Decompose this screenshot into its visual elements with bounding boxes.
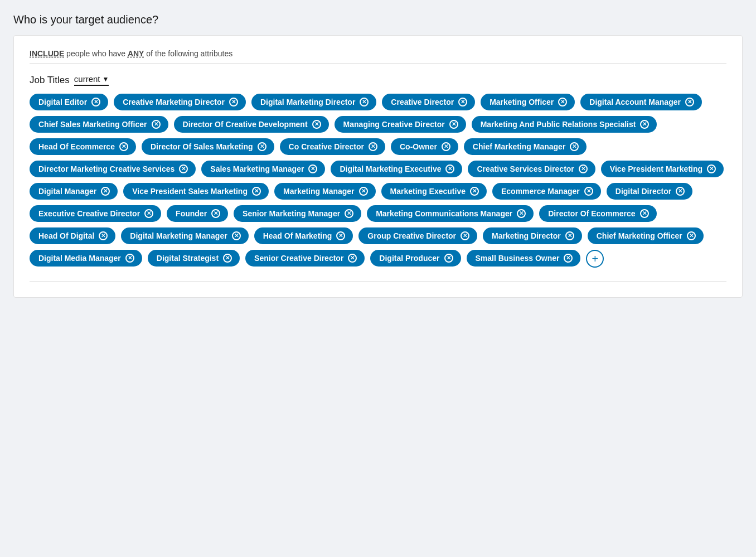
section-label: Job Titles xyxy=(30,75,70,86)
tag-close-button[interactable]: ✕ xyxy=(101,187,110,196)
tag-close-button[interactable]: ✕ xyxy=(570,142,579,151)
tag: Head Of Marketing✕ xyxy=(254,227,353,244)
tag-close-button[interactable]: ✕ xyxy=(211,209,220,218)
tag: Chief Sales Marketing Officer✕ xyxy=(30,116,168,133)
tag-close-button[interactable]: ✕ xyxy=(348,254,357,263)
tag-close-button[interactable]: ✕ xyxy=(91,98,100,106)
tag: Co-Owner✕ xyxy=(391,138,458,155)
tag: Digital Director✕ xyxy=(607,183,692,200)
tag-close-button[interactable]: ✕ xyxy=(517,209,526,218)
tag-label: Head Of Ecommerce xyxy=(38,142,115,151)
tag: Digital Manager✕ xyxy=(30,183,118,200)
tag-label: Creative Marketing Director xyxy=(123,98,225,106)
tag: Marketing And Public Relations Specialis… xyxy=(472,116,657,133)
tag: Vice President Marketing✕ xyxy=(601,161,724,177)
tag-label: Digital Marketing Executive xyxy=(340,164,441,173)
tag: Chief Marketing Manager✕ xyxy=(464,138,587,155)
tag-label: Senior Marketing Manager xyxy=(243,209,340,218)
tag-label: Director Marketing Creative Services xyxy=(38,164,175,173)
tag-close-button[interactable]: ✕ xyxy=(252,187,261,196)
tag-close-button[interactable]: ✕ xyxy=(449,120,458,129)
tag: Marketing Director✕ xyxy=(483,227,582,244)
tag: Executive Creative Director✕ xyxy=(30,205,161,222)
tag-close-button[interactable]: ✕ xyxy=(442,142,450,151)
section-header: Job Titles current ▼ xyxy=(30,74,726,86)
tag: Digital Strategist✕ xyxy=(148,250,240,267)
tag-label: Chief Marketing Manager xyxy=(473,142,565,151)
tag: Managing Creative Director✕ xyxy=(335,116,466,133)
tag-close-button[interactable]: ✕ xyxy=(565,231,574,240)
tag-label: Marketing And Public Relations Specialis… xyxy=(481,120,636,129)
tag: Creative Services Director✕ xyxy=(468,161,595,177)
tag-close-button[interactable]: ✕ xyxy=(336,231,345,240)
tag: Digital Marketing Manager✕ xyxy=(121,227,248,244)
tag-close-button[interactable]: ✕ xyxy=(359,187,368,196)
tag-close-button[interactable]: ✕ xyxy=(579,164,588,173)
tag-label: Director Of Creative Development xyxy=(183,120,308,129)
tag-label: Digital Editor xyxy=(38,98,87,106)
tag-close-button[interactable]: ✕ xyxy=(144,209,153,218)
tag-label: Director Of Sales Marketing xyxy=(151,142,253,151)
tag-close-button[interactable]: ✕ xyxy=(685,98,694,106)
tag-close-button[interactable]: ✕ xyxy=(444,254,453,263)
tag-label: Digital Strategist xyxy=(157,254,219,263)
tag-close-button[interactable]: ✕ xyxy=(584,187,593,196)
tag-close-button[interactable]: ✕ xyxy=(99,231,108,240)
dropdown-value: current xyxy=(74,74,100,84)
tag-close-button[interactable]: ✕ xyxy=(179,164,188,173)
tag-close-button[interactable]: ✕ xyxy=(369,142,377,151)
tag-close-button[interactable]: ✕ xyxy=(676,187,685,196)
tag-close-button[interactable]: ✕ xyxy=(640,120,649,129)
tag: Director Of Ecommerce✕ xyxy=(539,205,656,222)
tag-label: Marketing Officer xyxy=(490,98,554,106)
tag-close-button[interactable]: ✕ xyxy=(345,209,353,218)
tag-close-button[interactable]: ✕ xyxy=(564,254,573,263)
tag-close-button[interactable]: ✕ xyxy=(360,98,369,106)
tag-close-button[interactable]: ✕ xyxy=(558,98,567,106)
tag-close-button[interactable]: ✕ xyxy=(308,164,317,173)
tags-container: Digital Editor✕Creative Marketing Direct… xyxy=(30,94,726,268)
tag-label: Creative Director xyxy=(391,98,454,106)
tag-close-button[interactable]: ✕ xyxy=(152,120,161,129)
tag: Digital Marketing Executive✕ xyxy=(331,161,462,177)
tag-label: Head Of Marketing xyxy=(263,231,332,240)
tag-close-button[interactable]: ✕ xyxy=(461,231,469,240)
tag: Senior Creative Director✕ xyxy=(245,250,365,267)
tag: Group Creative Director✕ xyxy=(358,227,477,244)
tag-close-button[interactable]: ✕ xyxy=(125,254,134,263)
tag: Chief Marketing Officer✕ xyxy=(588,227,704,244)
tag-close-button[interactable]: ✕ xyxy=(470,187,479,196)
tag: Marketing Officer✕ xyxy=(481,94,575,110)
tag-close-button[interactable]: ✕ xyxy=(458,98,467,106)
include-keyword: INCLUDE xyxy=(30,49,64,58)
tag-label: Digital Director xyxy=(616,187,671,196)
tag: Digital Account Manager✕ xyxy=(580,94,702,110)
tag-close-button[interactable]: ✕ xyxy=(258,142,266,151)
tag-label: Digital Marketing Director xyxy=(260,98,355,106)
tag-close-button[interactable]: ✕ xyxy=(687,231,696,240)
tag-close-button[interactable]: ✕ xyxy=(229,98,238,106)
current-dropdown[interactable]: current ▼ xyxy=(74,74,109,86)
add-tag-button[interactable]: + xyxy=(586,250,604,268)
tag-label: Marketing Manager xyxy=(283,187,355,196)
tag-close-button[interactable]: ✕ xyxy=(707,164,716,173)
tag-label: Co-Owner xyxy=(400,142,437,151)
tag-label: Ecommerce Manager xyxy=(501,187,580,196)
tag-close-button[interactable]: ✕ xyxy=(445,164,454,173)
tag-label: Digital Manager xyxy=(38,187,96,196)
tag: Vice President Sales Marketing✕ xyxy=(123,183,269,200)
tag-label: Group Creative Director xyxy=(367,231,456,240)
tag-label: Digital Media Manager xyxy=(38,254,121,263)
tag: Small Business Owner✕ xyxy=(467,250,581,267)
tag-close-button[interactable]: ✕ xyxy=(223,254,232,263)
tag-label: Founder xyxy=(176,209,207,218)
tag-close-button[interactable]: ✕ xyxy=(232,231,241,240)
tag-close-button[interactable]: ✕ xyxy=(640,209,649,218)
tag-close-button[interactable]: ✕ xyxy=(119,142,128,151)
tag-label: Small Business Owner xyxy=(476,254,560,263)
tag-label: Director Of Ecommerce xyxy=(548,209,635,218)
include-banner: INCLUDE people who have ANY of the follo… xyxy=(30,49,726,64)
tag-label: Digital Account Manager xyxy=(589,98,681,106)
tag-close-button[interactable]: ✕ xyxy=(312,120,321,129)
tag: Digital Media Manager✕ xyxy=(30,250,142,267)
